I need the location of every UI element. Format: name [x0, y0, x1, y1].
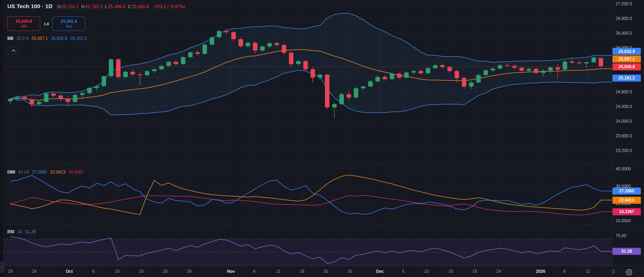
price-tick-label: 24,000.0: [616, 119, 632, 124]
candle-body: [87, 88, 92, 93]
left-panel-edge: [0, 0, 3, 277]
dmi-adx-line: [10, 175, 612, 215]
time-axis-label: 24: [496, 269, 501, 274]
dmi-minus-di-label: 15.3367: [613, 208, 641, 215]
bb-indicator-name: BB: [7, 36, 13, 41]
candle-body: [174, 62, 178, 64]
rsi-indicator-row[interactable]: RSI 14 51.28: [7, 230, 36, 234]
candle-body: [375, 77, 380, 82]
ohlc-open-label: O: [57, 4, 61, 9]
sell-button[interactable]: 25,500.8 Sell: [7, 17, 40, 31]
hexagon-settings-icon[interactable]: [625, 269, 633, 276]
ohlc-high-value: 25,732.3: [85, 4, 102, 9]
candle-body: [195, 52, 200, 54]
ohlc-open-value: 25,724.1: [61, 4, 78, 9]
dmi-tick-label: 40.0000: [616, 167, 631, 171]
rsi-tick-label: 75.00: [616, 233, 626, 238]
collapse-drawing-panel-button[interactable]: ‹: [0, 262, 4, 273]
price-tick-label: 27,200.0: [616, 2, 632, 6]
ohlc-close-value: 25,500.8: [132, 4, 149, 9]
time-axis-label: 2026: [536, 269, 545, 274]
candle-body: [94, 86, 99, 88]
buy-label: Buy: [66, 24, 72, 28]
candle-body: [59, 96, 63, 99]
candle-body: [361, 86, 366, 88]
candle-body: [217, 31, 221, 37]
time-axis-label: 11: [276, 269, 281, 274]
candle-body: [15, 97, 20, 99]
dmi-plus-di-value: 27.2865: [32, 170, 47, 175]
candle-body: [556, 67, 560, 69]
candle-body: [73, 95, 77, 102]
candle-body: [289, 53, 293, 64]
time-axis[interactable]: 1924Oct610152024Nov611162025Dec510151924…: [3, 266, 615, 277]
candle-body: [296, 61, 301, 64]
bb-upper-price-label: 25,832.9: [613, 48, 641, 55]
candle-body: [354, 88, 358, 97]
time-axis-label: 15: [612, 269, 615, 274]
rsi-indicator-name: RSI: [7, 230, 14, 234]
price-axis[interactable]: 27,200.026,800.026,400.026,000.024,800.0…: [612, 0, 644, 266]
chevron-up-icon: [12, 50, 15, 52]
bb-indicator-row[interactable]: BB 20 2 0 25,507.1 25,832.9 25,181.2: [7, 36, 87, 41]
candle-body: [145, 71, 149, 75]
candle-body: [181, 57, 185, 64]
bb-lower-price-label: 25,181.2: [613, 74, 641, 82]
trading-chart-app: ‹ US Tech 100 · 1D O25,724.1 H25,732.3 L…: [0, 0, 644, 277]
candle-body: [570, 62, 574, 63]
dmi-tick-label: 10.0000: [616, 219, 631, 223]
candle-body: [159, 66, 164, 69]
time-axis-label: 10: [424, 269, 429, 274]
buy-button[interactable]: 25,502.6 Buy: [52, 17, 85, 31]
time-axis-label: 11: [586, 269, 590, 274]
candle-body: [66, 99, 70, 102]
candle-body: [426, 68, 430, 73]
candle-body: [440, 65, 445, 67]
candle-body: [102, 76, 106, 86]
price-tick-label: 24,800.0: [616, 90, 632, 94]
ohlc-close-label: C: [128, 4, 131, 9]
candle-body: [303, 61, 308, 69]
dmi-adx-value: 22.0413: [50, 170, 65, 175]
candle-body: [152, 69, 157, 71]
bb-basis-price-label: 25,507.1: [613, 56, 641, 63]
candle-body: [577, 63, 582, 63]
candle-body: [260, 46, 265, 50]
symbol-title[interactable]: US Tech 100 · 1D: [7, 3, 52, 9]
price-tick-label: 23,600.0: [616, 134, 632, 138]
candle-body: [325, 75, 329, 107]
dmi-indicator-row[interactable]: DMI 14 14 27.2865 22.0413 15.3367: [7, 170, 84, 175]
candle-body: [253, 43, 257, 50]
chart-canvas[interactable]: [0, 0, 644, 277]
candle-body: [239, 39, 243, 46]
candle-body: [541, 71, 546, 73]
ohlc-low-value: 25,466.6: [108, 4, 125, 9]
collapse-legend-button[interactable]: [7, 46, 20, 55]
trade-panel: 25,500.8 Sell 1.8 25,502.6 Buy: [7, 17, 85, 31]
candle-body: [462, 78, 466, 86]
dmi-indicator-name: DMI: [7, 170, 15, 175]
rsi-indicator-params: 14: [18, 230, 22, 234]
candle-body: [51, 94, 56, 96]
candle-body: [166, 62, 171, 66]
candle-body: [411, 71, 416, 73]
time-axis-label: 5: [402, 269, 405, 274]
candle-body: [339, 94, 344, 104]
candle-body: [519, 68, 524, 71]
candle-body: [563, 62, 567, 70]
price-change-value: −223.5 (−0.87%): [152, 4, 186, 9]
chart-header: US Tech 100 · 1D O25,724.1 H25,732.3 L25…: [7, 3, 186, 9]
bb-band-fill: [10, 13, 612, 115]
candle-body: [310, 69, 315, 78]
bb-basis-value: 25,507.1: [31, 36, 48, 41]
price-tick-label: 26,800.0: [616, 16, 632, 21]
candle-body: [512, 66, 517, 68]
candle-body: [44, 94, 49, 102]
price-tick-label: 23,200.0: [616, 148, 632, 153]
candle-body: [30, 99, 34, 104]
candle-body: [267, 43, 272, 47]
candle-body: [498, 65, 502, 69]
dmi-indicator-params: 14 14: [18, 170, 29, 175]
last-price-label: 25,500.8: [613, 63, 641, 70]
candle-body: [347, 94, 351, 97]
